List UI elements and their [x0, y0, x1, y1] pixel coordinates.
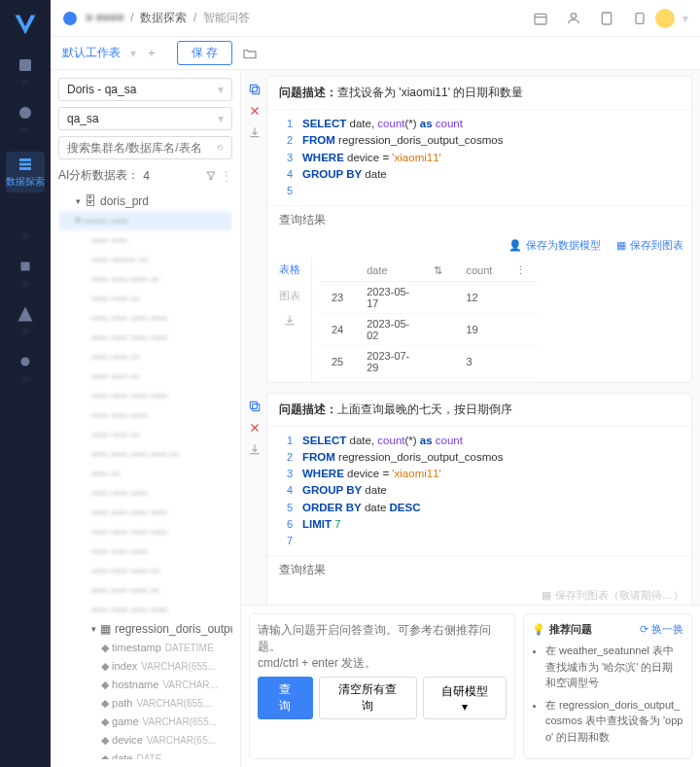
tree-table[interactable]: ── ── ── ── [58, 328, 232, 347]
nav-item-data-explore[interactable]: 数据探索 [6, 152, 45, 192]
tree-table[interactable]: ── ── ── ── [58, 600, 232, 619]
tree-table[interactable]: ── ── ── ── ─ [58, 444, 232, 464]
search-input-wrap [58, 136, 232, 159]
tree-field[interactable]: ◆ game VARCHAR(655... [58, 713, 232, 731]
doc-icon[interactable] [599, 11, 614, 26]
svg-rect-0 [19, 59, 31, 71]
connection-select[interactable]: Doris - qa_sa▾ [58, 78, 232, 101]
left-nav: -- -- 数据探索 -- -- -- -- [0, 0, 51, 767]
svg-point-3 [21, 358, 30, 366]
schema-tree: ▾ 🗄 doris_prd • ─── ── ── ── ── ─── ─ ──… [58, 192, 232, 759]
result-tab-chart[interactable]: 图表 [267, 283, 311, 309]
tree-table[interactable]: ── ── ── [58, 483, 232, 503]
tree-table[interactable]: ── ── ── [58, 405, 232, 425]
nav-item-7[interactable]: -- [6, 353, 45, 383]
menu-icon[interactable] [62, 11, 78, 26]
refresh-icon[interactable] [217, 141, 224, 155]
download-icon[interactable] [248, 125, 262, 139]
tree-table[interactable]: ── ── ── ─ [58, 580, 232, 600]
ai-count-row: AI分析数据表：4 ⋮ [58, 165, 232, 186]
svg-point-1 [19, 107, 31, 119]
calendar-icon[interactable] [533, 11, 548, 26]
tree-field[interactable]: ◆ hostname VARCHAR... [58, 676, 232, 694]
tree-field[interactable]: ◆ path VARCHAR(655... [58, 694, 232, 713]
model-button[interactable]: 自研模型 ▾ [423, 677, 507, 719]
tree-table[interactable]: ── ── ─ [58, 366, 232, 386]
copy-icon[interactable] [248, 83, 262, 96]
nav-item-5[interactable]: -- [6, 258, 45, 288]
svg-rect-12 [250, 401, 257, 408]
query-button[interactable]: 查 询 [258, 677, 313, 719]
clipboard-icon[interactable] [632, 11, 648, 26]
svg-rect-5 [535, 14, 546, 24]
save-chart-action-disabled: ▦ 保存到图表（敬请期待…） [542, 588, 683, 603]
tree-table[interactable]: ── ─── ─ [58, 250, 232, 269]
nav-item-4[interactable]: -- [6, 210, 45, 240]
query-input[interactable] [258, 622, 507, 677]
recommended-title: 💡 推荐问题 [532, 622, 592, 637]
sql-editor-1[interactable]: 1SELECT date, count(*) as count 2FROM re… [267, 110, 691, 205]
delete-icon[interactable] [248, 421, 262, 435]
table-row: 252023-07-293 [320, 345, 538, 377]
tree-table[interactable]: ── ── ── ── [58, 522, 232, 541]
delete-icon[interactable] [248, 104, 262, 118]
query-desc: 问题描述：查找设备为 'xiaomi11' 的日期和数量 [267, 77, 691, 110]
tree-table[interactable]: ── ── ── ─ [58, 269, 232, 289]
tree-table[interactable]: ── ── ── ── [58, 503, 232, 522]
tree-table-expanded[interactable]: ▾ ▦ regression_doris_output_... [58, 619, 232, 639]
queries-scroll[interactable]: 问题描述：查找设备为 'xiaomi11' 的日期和数量 1SELECT dat… [241, 70, 700, 605]
tree-table[interactable]: • ─── ── [58, 211, 232, 230]
tree-table[interactable]: ── ── ─ [58, 289, 232, 308]
svg-point-4 [63, 12, 77, 25]
svg-rect-7 [602, 13, 611, 24]
table-row: 242023-05-0219 [320, 313, 538, 345]
recommended-item[interactable]: 在 weather_seatunnel 表中查找城市为 '哈尔滨' 的日期和空调… [545, 643, 683, 691]
save-button[interactable]: 保 存 [177, 41, 232, 65]
nav-item-1[interactable]: -- [6, 56, 45, 87]
swap-button[interactable]: ⟳ 换一换 [640, 622, 683, 637]
tree-field[interactable]: ◆ date DATE [58, 750, 232, 759]
add-tab[interactable]: ＋ [146, 45, 158, 61]
database-select[interactable]: qa_sa▾ [58, 107, 232, 130]
workspace-tab[interactable]: 默认工作表 [62, 45, 121, 61]
query-desc: 问题描述：上面查询最晚的七天，按日期倒序 [267, 394, 691, 427]
tree-field[interactable]: ◆ index VARCHAR(655... [58, 657, 232, 676]
tree-table[interactable]: ── ── ─ [58, 347, 232, 366]
save-chart-action[interactable]: ▦ 保存到图表 [616, 238, 683, 253]
bottom-bar: 查 询 清空所有查询 自研模型 ▾ 💡 推荐问题 ⟳ 换一换 在 weather… [241, 605, 700, 767]
tree-more-icon[interactable]: ⋮ [221, 169, 232, 183]
query-block-2: 问题描述：上面查询最晚的七天，按日期倒序 1SELECT date, count… [266, 393, 692, 606]
svg-rect-2 [21, 262, 30, 271]
tree-field[interactable]: ◆ device VARCHAR(65... [58, 731, 232, 750]
tree-table[interactable]: ── ── [58, 230, 232, 250]
download-icon[interactable] [248, 442, 262, 456]
tree-table[interactable]: ── ── ── ── [58, 386, 232, 405]
folder-icon[interactable] [242, 46, 258, 61]
clear-button[interactable]: 清空所有查询 [319, 677, 417, 719]
save-model-action[interactable]: 👤 保存为数据模型 [508, 238, 601, 253]
copy-icon[interactable] [248, 400, 262, 413]
result-tab-table[interactable]: 表格 [267, 257, 311, 283]
breadcrumb: ■ ■■■■ / 数据探索 / 智能问答 [86, 10, 250, 26]
tree-table[interactable]: ── ── ── ── [58, 308, 232, 328]
svg-rect-11 [253, 403, 260, 410]
avatar[interactable] [655, 9, 675, 28]
filter-icon[interactable] [205, 170, 217, 182]
tree-table[interactable]: ── ── ─ [58, 425, 232, 444]
tree-table[interactable]: ── ── ── ─ [58, 561, 232, 580]
download-result-icon[interactable] [283, 313, 297, 327]
tab-bar: 默认工作表 ▾ ＋ 保 存 [51, 37, 700, 70]
sql-editor-2[interactable]: 1SELECT date, count(*) as count 2FROM re… [267, 427, 691, 555]
tree-table[interactable]: ── ─ [58, 464, 232, 483]
users-icon[interactable] [566, 11, 581, 26]
result-table: date⇅count⋮ 232023-05-1712242023-05-0219… [320, 261, 538, 378]
tree-table[interactable]: ── ── ── [58, 541, 232, 561]
recommended-item[interactable]: 在 regression_doris_output_cosmos 表中查找设备为… [545, 697, 683, 746]
nav-item-6[interactable]: -- [6, 305, 45, 335]
recommended-panel: 💡 推荐问题 ⟳ 换一换 在 weather_seatunnel 表中查找城市为… [523, 613, 692, 759]
tree-db-root[interactable]: ▾ 🗄 doris_prd [58, 192, 232, 211]
result-label: 查询结果 [267, 205, 691, 234]
nav-item-2[interactable]: -- [6, 104, 45, 134]
search-input[interactable] [67, 141, 213, 155]
tree-field[interactable]: ◆ timestamp DATETIME [58, 639, 232, 657]
